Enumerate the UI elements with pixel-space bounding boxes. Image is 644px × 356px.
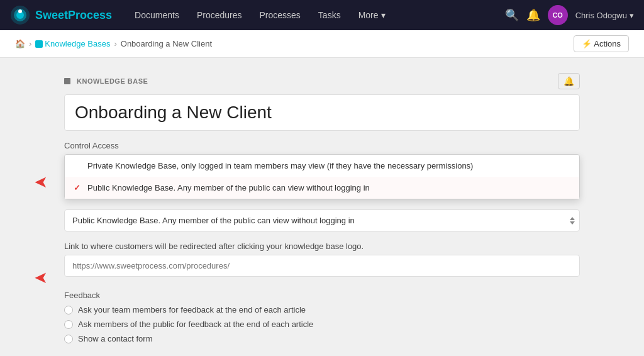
feedback-options: Ask your team members for feedback at th… — [64, 305, 580, 343]
link-section: Link to where customers will be redirect… — [64, 242, 580, 287]
search-button[interactable]: 🔍 — [505, 8, 519, 22]
navbar: SweetProcess Documents Procedures Proces… — [0, 0, 644, 30]
user-menu[interactable]: Chris Odogwu ▾ — [575, 11, 634, 20]
control-access-label: Control Access — [64, 141, 580, 150]
chevron-down-icon: ▾ — [381, 10, 386, 20]
feedback-option-1[interactable]: Ask your team members for feedback at th… — [64, 305, 580, 314]
link-label: Link to where customers will be redirect… — [64, 242, 580, 251]
notifications-button[interactable]: 🔔 — [526, 8, 540, 22]
main-content: KNOWLEDGE BASE 🔔 Control Access Private … — [39, 58, 605, 356]
dropdown-open: Private Knowledge Base, only logged in t… — [64, 154, 580, 199]
breadcrumb: 🏠 › Knowledge Bases › Onboarding a New C… — [15, 39, 212, 48]
radio-contact[interactable] — [64, 335, 73, 343]
control-access-dropdown[interactable]: Private Knowledge Base, only logged in t… — [64, 154, 580, 199]
feedback-option-3[interactable]: Show a contact form — [64, 334, 580, 343]
feedback-option-2[interactable]: Ask members of the public for feedback a… — [64, 320, 580, 329]
breadcrumb-sep-1: › — [29, 39, 31, 48]
nav-processes[interactable]: Processes — [252, 6, 308, 24]
dropdown-option-public[interactable]: ✓ Public Knowledge Base. Any member of t… — [65, 177, 579, 199]
arrow-1: ➤ — [34, 172, 48, 192]
kb-link[interactable]: Knowledge Bases — [35, 39, 110, 48]
breadcrumb-current: Onboarding a New Client — [121, 39, 212, 48]
nav-documents[interactable]: Documents — [127, 6, 187, 24]
svg-point-3 — [18, 9, 22, 13]
page-title-input[interactable] — [64, 94, 580, 131]
link-input[interactable] — [64, 255, 580, 277]
radio-public[interactable] — [64, 320, 73, 329]
arrow-2: ➤ — [34, 268, 48, 287]
brand-logo[interactable]: SweetProcess — [10, 5, 112, 25]
nav-more[interactable]: More ▾ — [351, 6, 393, 24]
select-wrapper: Public Knowledge Base. Any member of the… — [64, 209, 580, 231]
nav-icons: 🔍 🔔 CO Chris Odogwu ▾ — [505, 5, 634, 25]
radio-team[interactable] — [64, 306, 73, 314]
nav-tasks[interactable]: Tasks — [311, 6, 348, 24]
dropdown-option-private[interactable]: Private Knowledge Base, only logged in t… — [65, 155, 579, 177]
checkmark-public: ✓ — [74, 183, 82, 192]
home-link[interactable]: 🏠 — [15, 39, 25, 48]
section-label: KNOWLEDGE BASE — [64, 77, 148, 85]
nav-procedures[interactable]: Procedures — [189, 6, 250, 24]
avatar: CO — [548, 5, 568, 25]
control-access-select[interactable]: Public Knowledge Base. Any member of the… — [64, 209, 580, 231]
breadcrumb-bar: 🏠 › Knowledge Bases › Onboarding a New C… — [0, 30, 644, 58]
nav-links: Documents Procedures Processes Tasks Mor… — [127, 6, 490, 24]
brand-name: SweetProcess — [35, 9, 112, 22]
actions-button[interactable]: ⚡ Actions — [574, 35, 629, 52]
kb-icon: Knowledge Bases — [35, 39, 110, 48]
breadcrumb-sep-2: › — [114, 39, 116, 48]
select-container: Public Knowledge Base. Any member of the… — [64, 209, 580, 231]
chevron-down-icon: ▾ — [630, 11, 634, 20]
section-header: KNOWLEDGE BASE 🔔 — [64, 73, 580, 89]
feedback-label: Feedback — [64, 291, 580, 300]
bell-button[interactable]: 🔔 — [558, 73, 580, 89]
